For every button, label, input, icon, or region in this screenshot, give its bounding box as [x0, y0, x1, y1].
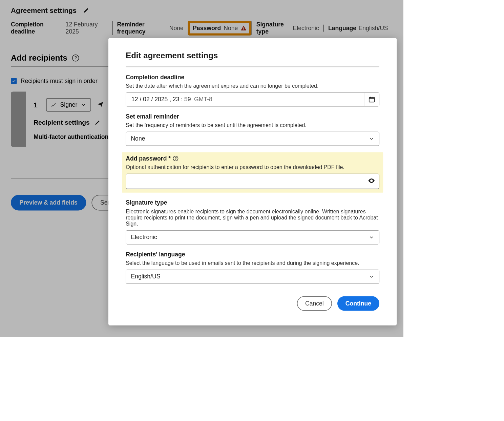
continue-button[interactable]: Continue: [337, 296, 379, 311]
sign-in-order-label: Recipients must sign in order: [21, 78, 98, 85]
deadline-tz: GMT-8: [194, 96, 212, 103]
reminder-desc: Set the frequency of reminders to be sen…: [126, 122, 379, 128]
recipient-order: 1: [34, 101, 40, 109]
show-password-button[interactable]: [368, 177, 375, 186]
svg-rect-0: [243, 27, 244, 29]
summary-completion[interactable]: Completion deadline 12 February 2025: [11, 21, 112, 35]
drag-handle[interactable]: [11, 91, 26, 147]
sigtype-field: Signature type Electronic signatures ena…: [126, 199, 379, 245]
sigtype-desc: Electronic signatures enable recipients …: [126, 208, 379, 227]
summary-password-value: None: [224, 25, 238, 32]
recipient-role-label: Signer: [60, 101, 78, 108]
summary-language-label: Language: [328, 25, 356, 32]
deadline-year[interactable]: 2025: [154, 96, 168, 103]
password-input[interactable]: [130, 178, 368, 185]
language-desc: Select the language to be used in emails…: [126, 260, 379, 266]
summary-sigtype-label: Signature type: [256, 21, 291, 35]
svg-point-3: [371, 180, 372, 181]
edit-settings-modal: Edit agreement settings Completion deadl…: [108, 38, 397, 325]
deadline-min[interactable]: 59: [184, 96, 191, 103]
summary-sigtype-value: Electronic: [293, 25, 319, 32]
deadline-hour[interactable]: 23: [173, 96, 180, 103]
cancel-button[interactable]: Cancel: [297, 296, 332, 311]
eye-icon: [368, 177, 375, 184]
language-select[interactable]: English/US: [126, 270, 379, 284]
deadline-label: Completion deadline: [126, 74, 379, 81]
summary-password[interactable]: Password None: [188, 21, 252, 36]
svg-rect-1: [243, 29, 244, 30]
sigtype-label: Signature type: [126, 199, 379, 206]
svg-rect-2: [369, 98, 374, 102]
settings-summary: Completion deadline 12 February 2025 Rem…: [11, 21, 392, 36]
edit-icon: [94, 120, 101, 126]
modal-buttons: Cancel Continue: [126, 296, 379, 311]
deadline-field: Completion deadline Set the date after w…: [126, 74, 379, 107]
password-label-text: Add password *: [126, 155, 171, 162]
summary-password-label: Password: [193, 25, 221, 32]
recipient-settings-row[interactable]: Recipient settings: [34, 119, 115, 126]
password-desc: Optional authentication for recipients t…: [126, 164, 379, 170]
preview-add-fields-button[interactable]: Preview & add fields: [11, 195, 86, 210]
recipients-title: Add recipients: [11, 54, 67, 63]
deadline-day[interactable]: 12: [131, 96, 138, 103]
summary-reminder-label: Reminder frequency: [117, 21, 167, 35]
mfa-label: Multi-factor authentication: [34, 133, 115, 141]
calendar-button[interactable]: [364, 93, 379, 106]
language-label: Recipients' language: [126, 251, 379, 258]
paper-plane-icon[interactable]: [97, 101, 103, 108]
calendar-icon: [368, 96, 375, 103]
warning-icon: [240, 25, 247, 31]
password-field: Add password * ? Optional authentication…: [122, 152, 383, 193]
reminder-label: Set email reminder: [126, 113, 379, 120]
recipient-settings-label: Recipient settings: [34, 119, 89, 126]
language-value: English/US: [131, 273, 160, 280]
reminder-value: None: [131, 135, 145, 142]
summary-completion-label: Completion deadline: [11, 21, 63, 35]
summary-sigtype[interactable]: Signature type Electronic: [251, 21, 323, 35]
password-highlight-box: Password None: [188, 21, 252, 36]
help-icon[interactable]: ?: [173, 156, 178, 161]
summary-language-value: English/US: [359, 25, 388, 32]
deadline-desc: Set the date after which the agreement e…: [126, 83, 379, 89]
summary-reminder-value: None: [169, 25, 184, 32]
help-icon[interactable]: ?: [72, 55, 79, 62]
summary-language[interactable]: Language English/US: [323, 25, 393, 32]
reminder-select[interactable]: None: [126, 132, 379, 146]
sigtype-value: Electronic: [131, 234, 157, 241]
summary-completion-value: 12 February 2025: [66, 21, 108, 35]
reminder-field: Set email reminder Set the frequency of …: [126, 113, 379, 146]
chevron-down-icon: [369, 235, 374, 240]
language-field: Recipients' language Select the language…: [126, 251, 379, 284]
recipient-role-select[interactable]: Signer: [46, 98, 91, 112]
modal-title: Edit agreement settings: [126, 51, 379, 67]
edit-icon[interactable]: [83, 7, 89, 14]
agreement-settings-header: Agreement settings: [11, 6, 392, 15]
chevron-down-icon: [369, 136, 374, 142]
password-label: Add password * ?: [126, 155, 379, 162]
sign-in-order-checkbox[interactable]: [11, 78, 17, 84]
chevron-down-icon: [369, 274, 374, 279]
deadline-input[interactable]: 12/ 02/ 2025, 23: 59 GMT-8: [126, 92, 379, 107]
summary-reminder[interactable]: Reminder frequency None: [112, 21, 188, 35]
password-input-wrapper: [126, 174, 379, 189]
sigtype-select[interactable]: Electronic: [126, 230, 379, 245]
chevron-down-icon: [81, 102, 86, 108]
deadline-month[interactable]: 02: [143, 96, 150, 103]
page-title: Agreement settings: [11, 6, 77, 15]
